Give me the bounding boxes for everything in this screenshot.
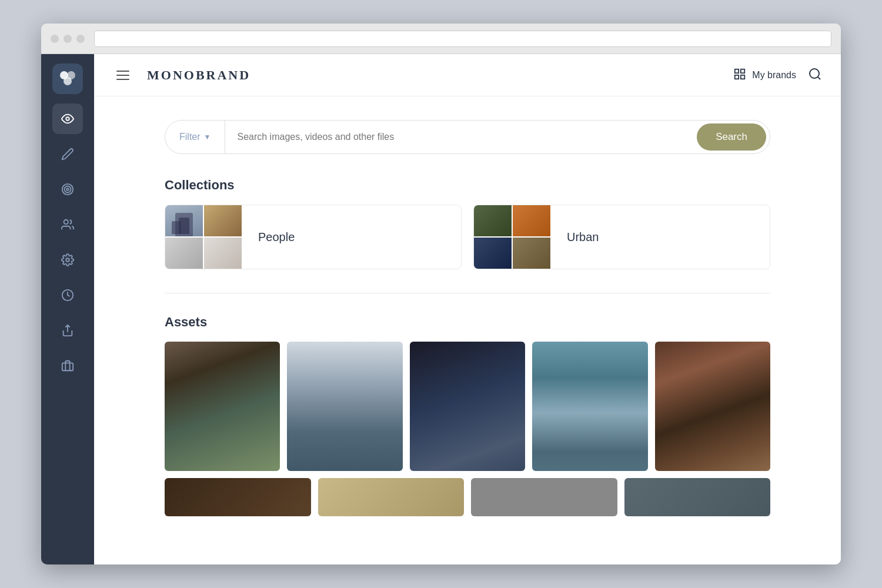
- browser-traffic-lights: [51, 35, 85, 43]
- content-area: Filter ▼ Search Collections: [94, 96, 841, 564]
- sidebar-item-settings[interactable]: [52, 245, 83, 275]
- svg-point-3: [66, 117, 69, 121]
- asset-card-4[interactable]: [532, 342, 647, 471]
- logo-icon: [58, 69, 77, 88]
- asset-card-5[interactable]: [655, 342, 770, 471]
- people-thumb-4: [204, 238, 242, 269]
- minimize-btn[interactable]: [64, 35, 72, 43]
- hamburger-line: [116, 75, 129, 76]
- urban-collection-name: Urban: [550, 230, 615, 244]
- people-thumb-2: [204, 205, 242, 236]
- urban-thumb-4: [513, 238, 550, 269]
- briefcase-icon: [61, 359, 74, 372]
- people-collection-name: People: [242, 230, 311, 244]
- search-icon: [808, 67, 822, 81]
- urban-thumb-3: [474, 238, 512, 269]
- urban-thumb-2: [513, 205, 550, 236]
- my-brands-label: My brands: [752, 70, 796, 81]
- header-actions: My brands: [733, 67, 822, 83]
- sidebar-item-share[interactable]: [52, 315, 83, 346]
- sidebar-item-projects[interactable]: [52, 350, 83, 381]
- section-divider: [165, 293, 770, 293]
- grid-icon: [733, 68, 746, 83]
- collection-card-people[interactable]: People: [165, 205, 462, 269]
- sidebar-item-overview[interactable]: [52, 103, 83, 134]
- brand-logo-text: MONOBRAND: [147, 68, 250, 83]
- pencil-icon: [61, 148, 74, 161]
- people-thumbnails: [165, 205, 242, 269]
- svg-point-2: [64, 77, 72, 85]
- users-icon: [61, 218, 74, 231]
- header: MONOBRAND My brands: [94, 54, 841, 96]
- sidebar-item-edit[interactable]: [52, 139, 83, 169]
- svg-line-17: [818, 76, 820, 79]
- assets-grid: [165, 342, 770, 471]
- maximize-btn[interactable]: [76, 35, 85, 43]
- asset-card-1[interactable]: [165, 342, 280, 471]
- collections-title: Collections: [165, 178, 770, 193]
- hamburger-line: [116, 79, 129, 80]
- svg-rect-13: [741, 69, 744, 72]
- svg-point-7: [64, 220, 68, 224]
- svg-rect-15: [735, 75, 739, 78]
- close-btn[interactable]: [51, 35, 59, 43]
- filter-label: Filter: [179, 132, 201, 142]
- eye-icon: [61, 112, 74, 125]
- filter-button[interactable]: Filter ▼: [165, 121, 225, 153]
- header-search-button[interactable]: [808, 67, 822, 83]
- search-input[interactable]: [225, 132, 693, 142]
- people-thumb-1: [165, 205, 203, 236]
- filter-chevron-icon: ▼: [204, 133, 211, 141]
- sidebar-item-people[interactable]: [52, 209, 83, 240]
- target-icon: [61, 183, 74, 196]
- search-bar: Filter ▼ Search: [165, 120, 770, 154]
- gear-icon: [61, 253, 74, 266]
- svg-point-5: [65, 186, 71, 193]
- svg-rect-12: [735, 69, 739, 72]
- svg-rect-14: [741, 75, 744, 78]
- sidebar-logo[interactable]: [52, 64, 83, 94]
- asset-card-2[interactable]: [287, 342, 402, 471]
- hamburger-line: [116, 71, 129, 72]
- clock-icon: [61, 289, 74, 302]
- search-button[interactable]: Search: [697, 123, 766, 151]
- asset-card-3[interactable]: [410, 342, 525, 471]
- hamburger-button[interactable]: [113, 67, 133, 83]
- app-container: MONOBRAND My brands: [41, 54, 841, 564]
- browser-chrome: [41, 24, 841, 54]
- urban-thumb-1: [474, 205, 512, 236]
- asset-card-bottom-2[interactable]: [318, 478, 465, 516]
- asset-card-bottom-3[interactable]: [471, 478, 617, 516]
- svg-point-6: [66, 188, 69, 191]
- svg-point-8: [66, 258, 69, 262]
- sidebar-item-history[interactable]: [52, 280, 83, 310]
- my-brands-button[interactable]: My brands: [733, 68, 796, 83]
- collection-card-urban[interactable]: Urban: [473, 205, 770, 269]
- sidebar-item-goals[interactable]: [52, 174, 83, 205]
- main-area: MONOBRAND My brands: [94, 54, 841, 564]
- browser-window: MONOBRAND My brands: [41, 24, 841, 564]
- urban-thumbnails: [474, 205, 550, 269]
- share-icon: [61, 324, 74, 337]
- asset-card-bottom-4[interactable]: [624, 478, 771, 516]
- asset-card-bottom-1[interactable]: [165, 478, 311, 516]
- assets-grid-bottom: [165, 478, 770, 516]
- sidebar: [41, 54, 94, 564]
- address-bar[interactable]: [94, 31, 831, 47]
- assets-title: Assets: [165, 315, 770, 330]
- svg-point-16: [810, 69, 819, 78]
- svg-rect-11: [62, 363, 73, 370]
- collections-grid: People Urban: [165, 205, 770, 269]
- people-thumb-3: [165, 238, 203, 269]
